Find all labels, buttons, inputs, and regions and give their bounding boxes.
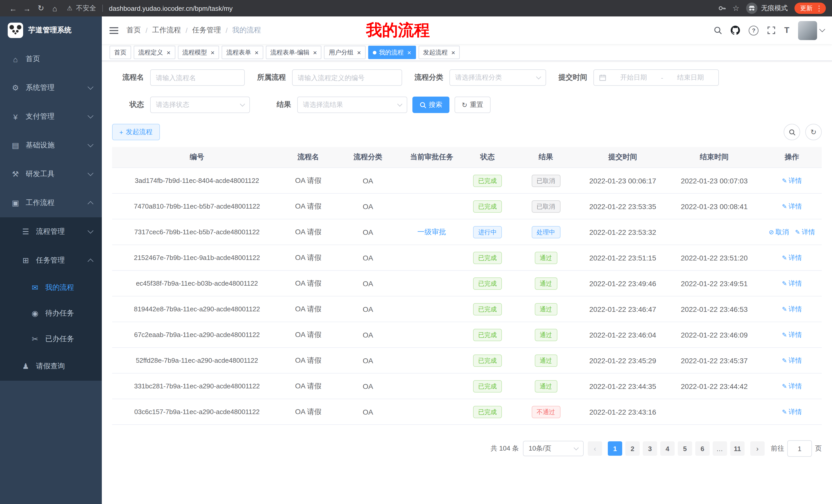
next-page-button[interactable]: › (750, 441, 765, 456)
process-name-input[interactable] (150, 69, 245, 86)
more-pages-button[interactable]: … (713, 441, 727, 456)
detail-button[interactable]: ✎详情 (782, 407, 802, 416)
detail-button[interactable]: ✎详情 (782, 176, 802, 185)
sidebar-item-home[interactable]: ⌂首页 (0, 45, 102, 74)
close-icon[interactable]: × (357, 49, 361, 56)
page-size-select[interactable]: 10条/页 (523, 441, 583, 456)
home-icon[interactable]: ⌂ (48, 4, 62, 12)
result-placeholder: 请选择流结果 (303, 100, 343, 109)
back-icon[interactable]: ← (6, 4, 20, 12)
tab-process-form-edit[interactable]: 流程表单-编辑× (266, 46, 322, 59)
incognito-badge[interactable]: 无痕模式 (746, 3, 788, 14)
tab-home[interactable]: 首页 (109, 46, 131, 59)
detail-icon: ✎ (782, 357, 787, 364)
sidebar-item-todo-tasks[interactable]: ◉待办任务 (0, 301, 102, 326)
close-icon[interactable]: × (451, 49, 455, 56)
browser-menu-icon[interactable]: ⋮ (815, 4, 823, 12)
cell-id: 7317cec6-7b9b-11ec-b5b7-acde48001122 (112, 219, 282, 245)
infra-icon: ▤ (10, 141, 21, 150)
close-icon[interactable]: × (313, 49, 317, 56)
logo[interactable]: 芋道管理系统 (0, 17, 102, 44)
github-icon[interactable] (731, 26, 740, 35)
chevron-down-icon (88, 170, 94, 176)
sidebar-item-my-process[interactable]: ✉我的流程 (0, 275, 102, 301)
column-header: 编号 (112, 147, 282, 168)
sidebar-item-devtools[interactable]: ⚒研发工具 (0, 160, 102, 189)
page-button[interactable]: 4 (660, 441, 675, 456)
sidebar-item-task-management[interactable]: ⊞任务管理 (0, 246, 102, 275)
tab-user-group[interactable]: 用户分组× (324, 46, 366, 59)
refresh-table-button[interactable]: ↻ (805, 124, 822, 140)
page-button[interactable]: 5 (678, 441, 692, 456)
key-icon[interactable] (718, 4, 726, 12)
close-icon[interactable]: × (211, 49, 214, 56)
search-button[interactable]: 搜索 (412, 96, 449, 113)
submit-time-range-picker[interactable]: 开始日期 - 结束日期 (593, 69, 719, 86)
update-button[interactable]: 更新 ⋮ (795, 3, 826, 14)
detail-button[interactable]: ✎详情 (782, 382, 802, 391)
current-task-link[interactable]: 一级审批 (417, 227, 446, 235)
cell-current-task (401, 373, 462, 399)
reset-button[interactable]: ↻ 重置 (454, 96, 491, 113)
goto-page-input[interactable] (787, 440, 812, 457)
bookmark-star-icon[interactable]: ☆ (732, 4, 739, 13)
detail-button[interactable]: ✎详情 (782, 202, 802, 211)
table-toolbar: + 发起流程 ↻ (112, 124, 822, 140)
status-tag: 已完成 (473, 277, 502, 289)
close-icon[interactable]: × (255, 49, 258, 56)
category-select[interactable]: 请选择流程分类 (449, 69, 546, 86)
tab-process-model[interactable]: 流程模型× (178, 46, 219, 59)
sidebar-item-done-tasks[interactable]: ✂已办任务 (0, 326, 102, 352)
task-mgmt-icon: ⊞ (21, 256, 31, 265)
fullscreen-icon[interactable] (767, 26, 775, 34)
sidebar-item-workflow[interactable]: ▣工作流程 (0, 189, 102, 217)
breadcrumb-item[interactable]: 首页 (127, 26, 141, 35)
close-icon[interactable]: × (407, 49, 411, 56)
sidebar-item-system[interactable]: ⚙系统管理 (0, 74, 102, 102)
search-icon[interactable] (714, 26, 722, 34)
sidebar-item-process-management[interactable]: ☰流程管理 (0, 217, 102, 246)
address-bar[interactable]: ⚠ 不安全 dashboard.yudao.iocoder.cn/bpm/tas… (67, 4, 718, 13)
tab-my-process[interactable]: 我的流程× (368, 46, 416, 59)
detail-button[interactable]: ✎详情 (782, 356, 802, 365)
tab-process-form[interactable]: 流程表单× (222, 46, 263, 59)
detail-icon: ✎ (795, 228, 800, 235)
sidebar-item-infrastructure[interactable]: ▤基础设施 (0, 131, 102, 160)
reload-icon[interactable]: ↻ (34, 4, 48, 13)
detail-button[interactable]: ✎详情 (782, 253, 802, 262)
sidebar-toggle-icon[interactable] (109, 27, 118, 34)
security-label: 不安全 (76, 4, 96, 13)
page-button[interactable]: 6 (695, 441, 710, 456)
show-search-button[interactable] (784, 124, 800, 140)
cancel-button[interactable]: ⊘取消 (769, 227, 789, 236)
detail-button[interactable]: ✎详情 (782, 279, 802, 288)
parent-process-input[interactable] (292, 69, 402, 86)
detail-button[interactable]: ✎详情 (782, 304, 802, 314)
page-button[interactable]: 2 (625, 441, 640, 456)
sidebar-item-payment[interactable]: ¥支付管理 (0, 102, 102, 131)
forward-icon[interactable]: → (20, 4, 34, 12)
breadcrumb-item[interactable]: 任务管理 (192, 26, 221, 35)
breadcrumb-item[interactable]: 工作流程 (152, 26, 181, 35)
reset-button-label: 重置 (470, 100, 483, 109)
font-size-icon[interactable]: T (784, 26, 789, 35)
cell-submit-time: 2022-01-22 23:53:32 (579, 219, 667, 245)
page-button[interactable]: 11 (730, 441, 745, 456)
chevron-down-icon (88, 113, 94, 119)
help-icon[interactable]: ? (749, 25, 758, 35)
page-button[interactable]: 3 (643, 441, 657, 456)
page-button[interactable]: 1 (608, 441, 622, 456)
detail-button[interactable]: ✎详情 (795, 227, 815, 236)
status-tag: 已完成 (473, 354, 502, 367)
user-menu[interactable] (798, 21, 824, 40)
detail-button[interactable]: ✎详情 (782, 330, 802, 339)
sidebar-item-leave-query[interactable]: ♟请假查询 (0, 352, 102, 381)
result-select[interactable]: 请选择流结果 (297, 96, 407, 113)
status-select[interactable]: 请选择状态 (150, 96, 250, 113)
start-process-button[interactable]: + 发起流程 (112, 124, 160, 140)
tab-process-definition[interactable]: 流程定义× (134, 46, 175, 59)
gear-icon: ⚙ (10, 83, 21, 92)
close-icon[interactable]: × (166, 49, 171, 56)
prev-page-button[interactable]: ‹ (588, 441, 602, 456)
tab-start-process[interactable]: 发起流程× (418, 46, 460, 59)
